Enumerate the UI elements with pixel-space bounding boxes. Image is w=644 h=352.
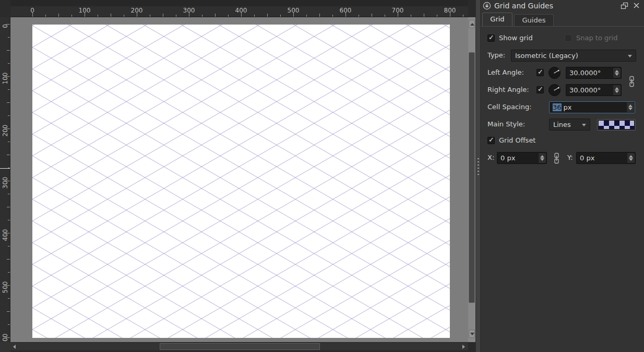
ruler-tick xyxy=(437,15,437,17)
y-offset-spinbox[interactable]: 0 px xyxy=(576,152,636,164)
ruler-tick xyxy=(8,246,10,247)
link-xy-icon[interactable] xyxy=(553,152,560,164)
cell-spacing-label: Cell Spacing: xyxy=(487,103,532,111)
scroll-left-button[interactable] xyxy=(13,345,16,349)
main-style-label: Main Style: xyxy=(487,120,525,128)
ruler-label: 500 xyxy=(2,281,9,294)
ruler-tick xyxy=(228,15,229,17)
docker-titlebar[interactable]: Grid and Guides xyxy=(481,0,644,11)
right-angle-dial[interactable] xyxy=(548,84,560,96)
grid-offset-checkbox[interactable]: ✓ xyxy=(487,137,495,144)
scroll-up-button[interactable] xyxy=(469,20,475,28)
left-angle-dial[interactable] xyxy=(548,67,560,79)
check-icon: ✓ xyxy=(488,136,494,144)
grid-type-value: Isometric (Legacy) xyxy=(515,52,578,60)
main-style-value: Lines xyxy=(553,121,571,128)
snap-to-grid-label: Snap to grid xyxy=(576,34,618,42)
ruler-tick xyxy=(372,14,372,17)
ruler-tick xyxy=(306,15,307,17)
grid-type-dropdown[interactable]: Isometric (Legacy) xyxy=(511,50,636,62)
spin-buttons[interactable] xyxy=(613,85,621,95)
lock-icon[interactable] xyxy=(483,2,491,10)
x-offset-spinbox[interactable]: 0 px xyxy=(497,152,547,164)
vertical-scroll-thumb[interactable] xyxy=(469,52,475,303)
ruler-tick xyxy=(215,14,216,17)
ruler-label: 600 xyxy=(340,7,352,14)
cell-spacing-spinbox[interactable]: 36px xyxy=(549,101,635,113)
ruler-tick xyxy=(58,14,59,17)
ruler-tick xyxy=(202,15,202,17)
ruler-tick xyxy=(45,15,46,17)
horizontal-ruler[interactable]: 0100200300400500600700800 xyxy=(10,0,468,17)
grid-offset-label: Grid Offset xyxy=(499,136,535,144)
show-grid-label: Show grid xyxy=(499,34,533,42)
ruler-label: 100 xyxy=(2,73,9,85)
vertical-scrollbar[interactable] xyxy=(468,17,475,342)
right-angle-checkbox[interactable]: ✓ xyxy=(536,86,544,93)
ruler-label: 500 xyxy=(288,7,300,14)
spin-up-icon xyxy=(615,70,619,73)
spin-up-icon xyxy=(629,155,633,158)
main-style-dropdown[interactable]: Lines xyxy=(549,119,590,131)
ruler-label: 100 xyxy=(79,7,91,14)
ruler-tick xyxy=(176,15,176,17)
type-label: Type: xyxy=(487,51,505,59)
ruler-tick xyxy=(267,14,268,17)
horizontal-scroll-thumb[interactable] xyxy=(160,343,320,350)
ruler-tick xyxy=(8,37,10,38)
ruler-label: 200 xyxy=(2,125,9,137)
spin-buttons[interactable] xyxy=(613,68,621,78)
left-angle-spinbox[interactable]: 30.0000° xyxy=(566,67,622,79)
color-checker-swatch xyxy=(599,121,634,129)
ruler-tick xyxy=(7,207,10,207)
ruler-label: 700 xyxy=(392,7,404,14)
panel-splitter[interactable] xyxy=(475,0,481,352)
link-angles-icon[interactable] xyxy=(628,76,635,87)
document-canvas[interactable] xyxy=(32,25,450,338)
horizontal-scrollbar[interactable] xyxy=(10,342,468,350)
chevron-down-icon xyxy=(582,124,586,126)
spin-down-icon xyxy=(615,73,619,76)
float-docker-icon[interactable] xyxy=(621,2,628,9)
ruler-tick xyxy=(254,15,255,17)
ruler-tick xyxy=(150,15,150,17)
spin-buttons[interactable] xyxy=(626,102,634,112)
ruler-label: 400 xyxy=(235,7,247,14)
check-icon: ✓ xyxy=(538,85,543,93)
ruler-label: 0 xyxy=(2,24,9,28)
spin-down-icon xyxy=(629,158,633,161)
close-icon[interactable] xyxy=(633,2,640,9)
splitter-grip-icon xyxy=(478,158,479,177)
ruler-tick xyxy=(7,259,10,260)
krita-window: 0100200300400500600700800 01002003004005… xyxy=(0,0,644,352)
ruler-tick xyxy=(8,194,10,194)
scroll-right-button[interactable] xyxy=(462,345,465,349)
show-grid-checkbox[interactable]: ✓ xyxy=(487,34,495,42)
tab-grid[interactable]: Grid xyxy=(482,13,512,26)
grid-color-button[interactable] xyxy=(597,119,636,131)
ruler-tick xyxy=(8,298,10,299)
ruler-label: 300 xyxy=(183,7,195,14)
docker-title: Grid and Guides xyxy=(494,2,553,10)
canvas-area: 0100200300400500600700800 01002003004005… xyxy=(0,0,475,352)
tab-guides[interactable]: Guides xyxy=(514,14,554,26)
ruler-label: 200 xyxy=(131,7,143,14)
ruler-tick xyxy=(98,15,98,17)
scroll-down-button[interactable] xyxy=(469,330,475,338)
right-angle-value: 30.0000° xyxy=(569,86,601,94)
right-angle-spinbox[interactable]: 30.0000° xyxy=(566,84,622,96)
check-icon: ✓ xyxy=(488,33,494,41)
snap-to-grid-checkbox: ✓ xyxy=(565,34,572,42)
spin-buttons[interactable] xyxy=(627,153,635,163)
chevron-down-icon xyxy=(628,55,632,57)
right-angle-label: Right Angle: xyxy=(487,86,529,93)
ruler-tick xyxy=(332,15,333,17)
cell-spacing-value: 36 xyxy=(553,103,562,111)
left-angle-checkbox[interactable]: ✓ xyxy=(536,69,544,76)
ruler-label: 400 xyxy=(2,229,9,241)
scrollbar-corner xyxy=(0,342,10,352)
left-angle-label: Left Angle: xyxy=(487,68,524,76)
vertical-ruler[interactable]: 0100200300400500600 xyxy=(0,17,10,342)
ruler-tick xyxy=(71,15,72,17)
spin-buttons[interactable] xyxy=(538,153,546,163)
